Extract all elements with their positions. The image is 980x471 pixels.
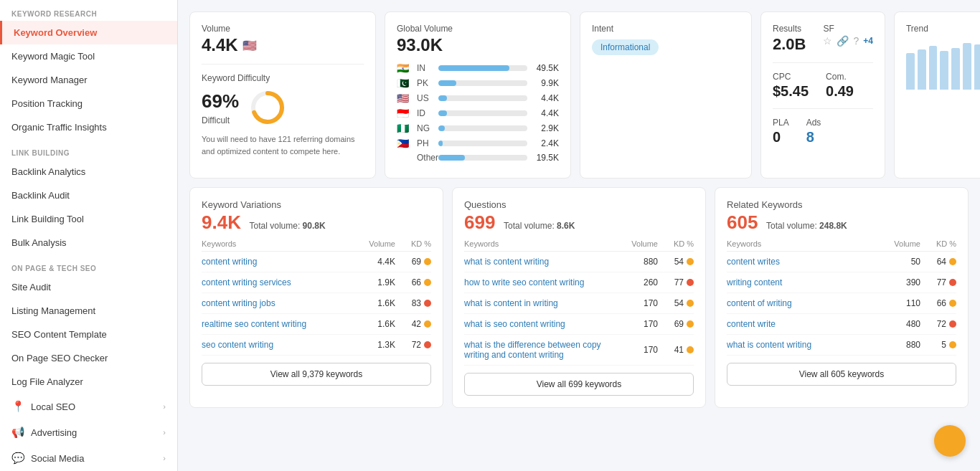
panel-title: Questions bbox=[464, 199, 694, 210]
kd-cell: 72 bbox=[920, 319, 956, 329]
country-bar-fill bbox=[438, 95, 447, 101]
country-value: 9.9K bbox=[532, 78, 559, 88]
sidebar-item-seo-content-template[interactable]: SEO Content Template bbox=[0, 323, 177, 346]
chevron-right-icon: › bbox=[163, 428, 166, 437]
table-row: content writing 4.4K 69 bbox=[202, 252, 431, 272]
sidebar-item-listing-management[interactable]: Listing Management bbox=[0, 299, 177, 323]
social-media-icon: 💬 bbox=[11, 452, 25, 465]
keyword-cell[interactable]: content of writing bbox=[727, 298, 877, 308]
volume-cell: 480 bbox=[877, 319, 920, 329]
sidebar-item-keyword-magic-tool[interactable]: Keyword Magic Tool bbox=[0, 44, 177, 68]
country-bar-fill bbox=[438, 125, 445, 131]
sidebar-item-site-audit[interactable]: Site Audit bbox=[0, 275, 177, 299]
volume-value: 4.4K 🇺🇸 bbox=[202, 35, 364, 55]
country-row: 🇵🇭 PH 2.4K bbox=[397, 138, 559, 149]
sidebar-item-keyword-manager[interactable]: Keyword Manager bbox=[0, 68, 177, 92]
keyword-cell[interactable]: what is seo content writing bbox=[464, 319, 615, 329]
kd-cell: 66 bbox=[920, 298, 956, 308]
keyword-cell[interactable]: content write bbox=[727, 319, 877, 329]
sf-plus: +4 bbox=[863, 36, 873, 46]
trend-card: Trend bbox=[894, 11, 980, 179]
advertising-icon: 📢 bbox=[11, 426, 25, 439]
panel-count: 605 bbox=[727, 211, 758, 233]
country-flag: 🇵🇰 bbox=[397, 77, 413, 89]
kd-label: Keyword Difficulty bbox=[202, 73, 364, 83]
country-code: US bbox=[417, 93, 434, 103]
intent-label: Intent bbox=[592, 24, 740, 34]
kd-dot bbox=[687, 258, 694, 265]
trend-bar-6 bbox=[974, 44, 980, 90]
main-content: Volume 4.4K 🇺🇸 Keyword Difficulty 69% Di… bbox=[178, 0, 980, 471]
sidebar-item-advertising[interactable]: 📢 Advertising › bbox=[0, 419, 177, 445]
country-flag: 🇮🇩 bbox=[397, 108, 413, 119]
col-keywords: Keywords bbox=[202, 239, 352, 248]
country-value: 2.9K bbox=[532, 123, 559, 133]
sf-label: SF bbox=[823, 24, 872, 34]
keyword-cell[interactable]: what is content writing bbox=[464, 257, 615, 267]
col-kd: KD % bbox=[395, 239, 431, 248]
kd-dot bbox=[424, 300, 431, 307]
trend-bar-0 bbox=[906, 53, 915, 90]
panel-total: Total volume: 90.8K bbox=[250, 221, 326, 231]
keyword-cell[interactable]: writing content bbox=[727, 277, 877, 287]
view-all-variations-button[interactable]: View all 9,379 keywords bbox=[202, 363, 431, 386]
sidebar-item-organic-traffic-insights[interactable]: Organic Traffic Insights bbox=[0, 115, 177, 139]
kd-percentage: 69% bbox=[202, 90, 239, 113]
keyword-cell[interactable]: seo content writing bbox=[202, 340, 352, 350]
bottom-panels-row: Keyword Variations 9.4K Total volume: 90… bbox=[189, 187, 969, 408]
kd-ring bbox=[249, 89, 286, 126]
kd-dot bbox=[949, 258, 956, 265]
keyword-cell[interactable]: realtime seo content writing bbox=[202, 319, 352, 329]
kd-dot bbox=[949, 341, 956, 348]
kd-dot bbox=[949, 320, 956, 328]
kd-cell: 5 bbox=[920, 340, 956, 350]
sidebar-item-backlink-analytics[interactable]: Backlink Analytics bbox=[0, 160, 177, 184]
trend-bar-3 bbox=[940, 51, 948, 90]
keyword-cell[interactable]: content writes bbox=[727, 257, 877, 267]
sidebar-item-on-page-seo-checker[interactable]: On Page SEO Checker bbox=[0, 346, 177, 370]
country-code: PK bbox=[417, 78, 434, 88]
kd-cell: 66 bbox=[395, 277, 431, 287]
country-bar-fill bbox=[438, 110, 447, 116]
col-kd: KD % bbox=[658, 239, 694, 248]
kd-cell: 72 bbox=[395, 340, 431, 350]
keyword-cell[interactable]: content writing services bbox=[202, 277, 352, 287]
keyword-cell[interactable]: how to write seo content writing bbox=[464, 277, 615, 287]
star-icon: ☆ bbox=[823, 35, 832, 47]
sidebar: Keyword ResearchKeyword OverviewKeyword … bbox=[0, 0, 178, 471]
sidebar-item-local-seo[interactable]: 📍 Local SEO › bbox=[0, 394, 177, 419]
table-row: writing content 390 77 bbox=[727, 272, 956, 293]
sidebar-item-link-building-tool[interactable]: Link Building Tool bbox=[0, 207, 177, 231]
keyword-cell[interactable]: content writing jobs bbox=[202, 298, 352, 308]
keyword-cell[interactable]: what is the difference between copy writ… bbox=[464, 340, 615, 360]
keyword-cell[interactable]: what is content writing bbox=[727, 340, 877, 350]
sidebar-item-log-file-analyzer[interactable]: Log File Analyzer bbox=[0, 370, 177, 394]
local-seo-icon: 📍 bbox=[11, 400, 25, 413]
table-row: what is content in writing 170 54 bbox=[464, 293, 694, 314]
help-button[interactable] bbox=[934, 425, 966, 457]
chevron-right-icon: › bbox=[163, 402, 166, 411]
table-header: Keywords Volume KD % bbox=[202, 234, 431, 252]
keyword-cell[interactable]: what is content in writing bbox=[464, 298, 615, 308]
sidebar-item-social-media[interactable]: 💬 Social Media › bbox=[0, 445, 177, 471]
country-bar-fill bbox=[438, 80, 456, 86]
kd-dot bbox=[424, 341, 431, 348]
sidebar-item-keyword-overview[interactable]: Keyword Overview bbox=[0, 21, 177, 44]
kd-cell: 77 bbox=[658, 277, 694, 287]
volume-cell: 110 bbox=[877, 298, 920, 308]
view-all-questions-button[interactable]: View all 699 keywords bbox=[464, 373, 694, 396]
table-header: Keywords Volume KD % bbox=[464, 234, 694, 252]
kd-cell: 54 bbox=[658, 257, 694, 267]
sidebar-item-bulk-analysis[interactable]: Bulk Analysis bbox=[0, 231, 177, 254]
volume-cell: 170 bbox=[615, 298, 658, 308]
view-all-related-button[interactable]: View all 605 keywords bbox=[727, 363, 956, 386]
sidebar-item-backlink-audit[interactable]: Backlink Audit bbox=[0, 184, 177, 207]
kd-cell: 83 bbox=[395, 298, 431, 308]
keyword-cell[interactable]: content writing bbox=[202, 257, 352, 267]
col-keywords: Keywords bbox=[464, 239, 615, 248]
sidebar-item-label: Social Media bbox=[31, 453, 84, 464]
sidebar-item-position-tracking[interactable]: Position Tracking bbox=[0, 92, 177, 115]
country-bar-fill bbox=[438, 141, 443, 146]
kd-dot bbox=[687, 346, 694, 353]
intent-card: Intent Informational bbox=[580, 11, 752, 179]
